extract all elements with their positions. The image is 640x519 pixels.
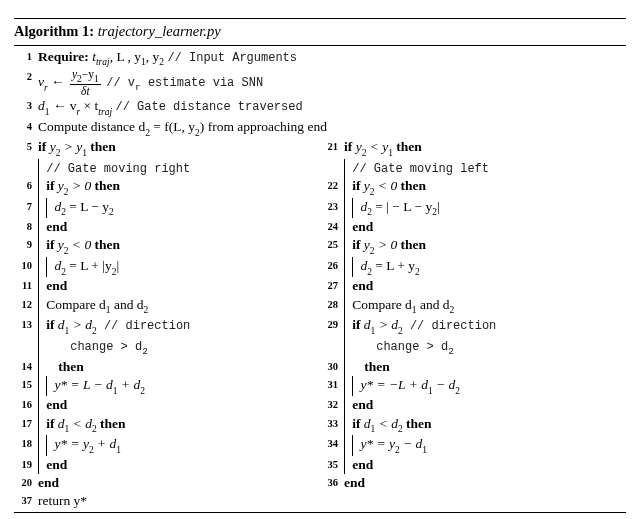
right-column: 21 if y2 < y1 then // Gate moving left 2… (320, 138, 626, 492)
fraction: y2−y1 δt (70, 68, 101, 97)
rule-bottom (14, 512, 626, 513)
rule-under-header (14, 45, 626, 46)
left-column: 5 if y2 > y1 then // Gate moving right 6… (14, 138, 320, 492)
rule-top (14, 18, 626, 19)
line-1: 1 Require: ttraj, L , y1, y2 // Input Ar… (14, 48, 626, 69)
line-4: 4 Compute distance d2 = f(L, y2) from ap… (14, 118, 626, 139)
line-3: 3 d1 ← vr × ttraj // Gate distance trave… (14, 97, 626, 118)
two-column-block: 5 if y2 > y1 then // Gate moving right 6… (14, 138, 626, 492)
algo-title: trajectory_learner.py (98, 23, 221, 39)
algo-label: Algorithm 1: (14, 23, 94, 39)
algo-header: Algorithm 1: trajectory_learner.py (14, 21, 626, 43)
line-2: 2 vr ← y2−y1 δt // vr estimate via SNN (14, 68, 626, 97)
line-37: 37 return y* (14, 492, 626, 510)
